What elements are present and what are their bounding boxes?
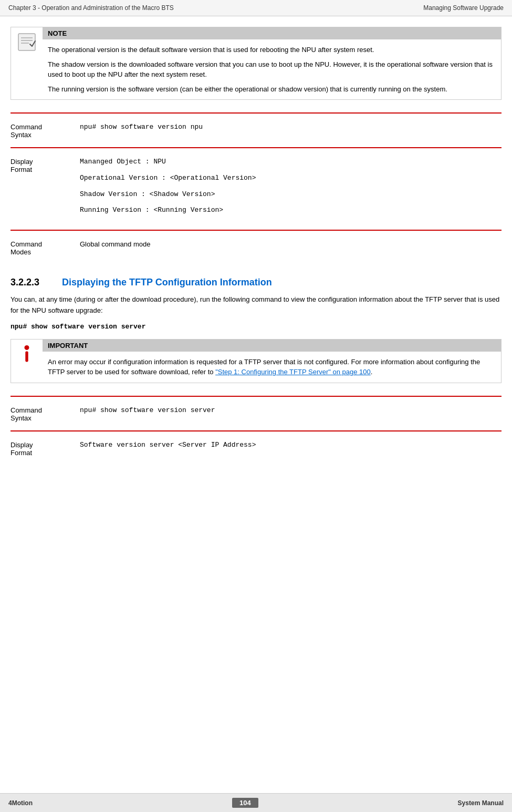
page-header: Chapter 3 - Operation and Administration… <box>0 0 512 16</box>
section-322-command: npu# show software version server <box>11 323 501 331</box>
display-format-section-1: DisplayFormat Mananged Object : NPU Oper… <box>11 147 501 230</box>
display-format-line-1: Mananged Object : NPU <box>80 157 501 168</box>
important-content-area: IMPORTANT An error may occur if configur… <box>43 340 501 383</box>
important-link[interactable]: "Step 1: Configuring the TFTP Server" on… <box>215 368 371 376</box>
note-label: NOTE <box>43 27 501 39</box>
display-format-line-4: Running Version : <Running Version> <box>80 205 501 216</box>
note-line-2: The shadow version is the downloaded sof… <box>48 59 496 80</box>
footer-page-number: 104 <box>232 798 258 808</box>
note-line-3: The running version is the software vers… <box>48 84 496 95</box>
command-syntax-code-2: npu# show software version server <box>80 405 501 422</box>
note-line-1: The operational version is the default s… <box>48 45 496 55</box>
svg-rect-0 <box>18 34 35 50</box>
svg-point-4 <box>25 345 29 350</box>
command-modes-label: CommandModes <box>11 239 80 256</box>
section-322-heading: 3.2.2.3 Displaying the TFTP Configuratio… <box>11 277 501 288</box>
section-322-title: Displaying the TFTP Configuration Inform… <box>62 277 272 288</box>
footer-left: 4Motion <box>8 799 33 807</box>
command-syntax-section-2: CommandSyntax npu# show software version… <box>11 396 501 430</box>
main-content: NOTE The operational version is the defa… <box>0 16 512 476</box>
display-format-label-2: DisplayFormat <box>11 440 80 457</box>
important-icon-area <box>11 340 43 369</box>
command-syntax-label-2: CommandSyntax <box>11 405 80 422</box>
display-format-content-1: Mananged Object : NPU Operational Versio… <box>80 157 501 221</box>
page-footer: 4Motion 104 System Manual <box>0 793 512 812</box>
command-modes-content: Global command mode <box>80 239 501 256</box>
display-format-line-3: Shadow Version : <Shadow Version> <box>80 189 501 200</box>
note-icon <box>17 33 36 52</box>
important-text-end: . <box>371 368 373 376</box>
important-box: IMPORTANT An error may occur if configur… <box>11 339 501 383</box>
display-format-section-2: DisplayFormat Software version server <S… <box>11 430 501 465</box>
command-syntax-section-1: CommandSyntax npu# show software version… <box>11 112 501 147</box>
svg-rect-5 <box>25 351 28 362</box>
header-right: Managing Software Upgrade <box>423 4 504 12</box>
important-label: IMPORTANT <box>43 340 501 352</box>
section-number: 3.2.2.3 <box>11 277 58 288</box>
command-syntax-label-1: CommandSyntax <box>11 122 80 139</box>
note-content-area: NOTE The operational version is the defa… <box>43 27 501 99</box>
header-left: Chapter 3 - Operation and Administration… <box>8 4 174 12</box>
command-modes-section: CommandModes Global command mode <box>11 230 501 264</box>
important-icon <box>23 345 31 364</box>
command-syntax-code-1: npu# show software version npu <box>80 122 501 139</box>
section-322-paragraph: You can, at any time (during or after th… <box>11 294 501 316</box>
note-icon-area <box>11 27 43 57</box>
important-body: An error may occur if configuration info… <box>43 352 501 383</box>
note-box: NOTE The operational version is the defa… <box>11 27 501 100</box>
footer-right: System Manual <box>458 799 504 807</box>
display-format-line-2: Operational Version : <Operational Versi… <box>80 173 501 184</box>
display-format-label-1: DisplayFormat <box>11 157 80 221</box>
note-body: The operational version is the default s… <box>43 39 501 99</box>
display-format-code-2: Software version server <Server IP Addre… <box>80 440 501 457</box>
